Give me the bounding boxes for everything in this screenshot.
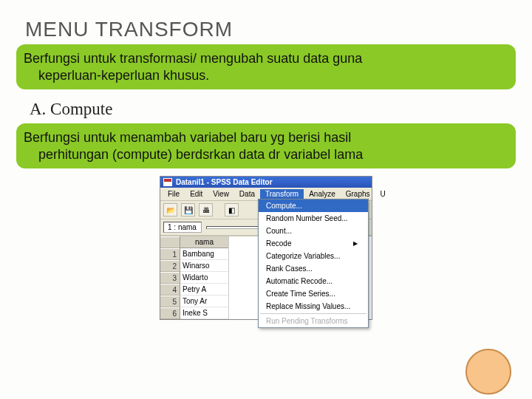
menu-item-label: Compute... <box>266 202 302 210</box>
dialog-recall-icon[interactable]: ◧ <box>225 203 239 216</box>
menu-item[interactable]: Replace Missing Values... <box>259 300 368 313</box>
transform-menu-dropdown: Compute...Random Number Seed...Count...R… <box>258 199 369 328</box>
decorative-circle <box>466 349 511 395</box>
menu-item[interactable]: Random Number Seed... <box>259 212 368 225</box>
menu-item[interactable]: Categorize Variables... <box>259 250 368 262</box>
window-title-text: Datanil1 - SPSS Data Editor <box>176 178 273 186</box>
menu-item[interactable]: Create Time Series... <box>259 287 368 300</box>
menu-item-label: Create Time Series... <box>266 290 335 298</box>
menu-item-graphs[interactable]: Graphs <box>341 189 375 199</box>
row-header[interactable]: 6 <box>160 307 180 319</box>
desc-text: perhitungan (compute) berdsrkan data dr … <box>24 146 508 163</box>
row-header[interactable]: 5 <box>160 296 180 307</box>
titlebar: Datanil1 - SPSS Data Editor <box>160 177 372 188</box>
column-header[interactable]: nama <box>180 236 228 248</box>
data-cell[interactable]: Petry A <box>180 284 228 296</box>
page-title: MENU TRANSFORM <box>0 0 532 44</box>
menu-item[interactable]: Automatic Recode... <box>259 275 368 287</box>
description-box-1: Berfungsi untuk transformasi/ mengubah s… <box>16 44 516 89</box>
menu-item-analyze[interactable]: Analyze <box>304 189 341 199</box>
row-header-column: 123456 <box>160 236 180 319</box>
menu-item-edit[interactable]: Edit <box>185 189 208 199</box>
menu-item-label: Categorize Variables... <box>266 252 340 260</box>
data-column-nama: nama BambangWinarsoWidartoPetry ATony Ar… <box>180 236 229 319</box>
description-box-2: Berfungsi untuk menambah variabel baru y… <box>16 123 516 168</box>
data-cell[interactable]: Winarso <box>180 260 228 272</box>
spss-window: Datanil1 - SPSS Data Editor FileEditView… <box>160 176 372 320</box>
toolbar-separator <box>216 203 221 216</box>
save-icon[interactable]: 💾 <box>181 203 195 216</box>
menu-item-view[interactable]: View <box>208 189 234 199</box>
menu-item-label: Automatic Recode... <box>266 277 332 285</box>
desc-text: keperluan-keperluan khusus. <box>24 67 508 84</box>
row-header[interactable]: 3 <box>160 272 180 284</box>
menu-item-label: Run Pending Transforms <box>266 317 348 325</box>
menu-item-file[interactable]: File <box>163 189 185 199</box>
menu-item[interactable]: Count... <box>259 225 368 237</box>
desc-text: Berfungsi untuk transformasi/ mengubah s… <box>24 50 508 67</box>
menu-item-label: Recode <box>266 239 291 248</box>
desc-text: Berfungsi untuk menambah variabel baru y… <box>24 129 508 146</box>
menu-item[interactable]: Recode▶ <box>259 237 368 250</box>
row-header[interactable]: 2 <box>160 260 180 272</box>
cell-reference-label: 1 : nama <box>163 222 202 233</box>
data-cell[interactable]: Bambang <box>180 248 228 260</box>
corner-cell <box>160 236 180 248</box>
row-header[interactable]: 4 <box>160 284 180 296</box>
menu-item-label: Random Number Seed... <box>266 214 348 222</box>
menu-item-data[interactable]: Data <box>234 189 260 199</box>
app-icon <box>163 178 172 186</box>
menu-item[interactable]: Compute... <box>259 200 368 212</box>
row-header[interactable]: 1 <box>160 248 180 260</box>
menu-item-label: Rank Cases... <box>266 265 313 273</box>
data-cell[interactable]: Tony Ar <box>180 296 228 307</box>
print-icon[interactable]: 🖶 <box>199 203 213 216</box>
menu-item-u[interactable]: U <box>375 189 391 199</box>
menu-item-transform[interactable]: Transform <box>260 189 304 199</box>
menu-item-label: Replace Missing Values... <box>266 302 350 310</box>
submenu-arrow-icon: ▶ <box>353 240 358 247</box>
data-cell[interactable]: Widarto <box>180 272 228 284</box>
open-icon[interactable]: 📂 <box>163 203 177 216</box>
menu-item[interactable]: Rank Cases... <box>259 262 368 275</box>
menu-item-label: Count... <box>266 227 292 235</box>
menu-separator <box>260 313 366 314</box>
data-cell[interactable]: Ineke S <box>180 307 228 319</box>
subheading-compute: A. Compute <box>0 89 532 123</box>
menu-item: Run Pending Transforms <box>259 315 368 327</box>
